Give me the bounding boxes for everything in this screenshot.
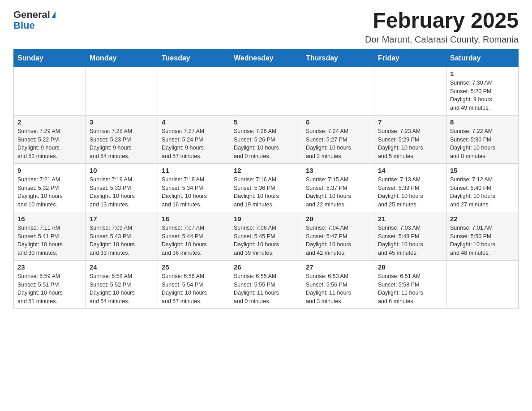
week-row-2: 2Sunrise: 7:29 AM Sunset: 5:22 PM Daylig…	[14, 115, 519, 163]
day-info: Sunrise: 7:06 AM Sunset: 5:45 PM Dayligh…	[234, 224, 298, 257]
week-row-1: 1Sunrise: 7:30 AM Sunset: 5:20 PM Daylig…	[14, 67, 519, 115]
title-section: February 2025 Dor Marunt, Calarasi Count…	[365, 9, 519, 45]
weekday-header-row: SundayMondayTuesdayWednesdayThursdayFrid…	[14, 49, 519, 67]
day-info: Sunrise: 6:58 AM Sunset: 5:52 PM Dayligh…	[90, 272, 154, 306]
day-info: Sunrise: 7:21 AM Sunset: 5:32 PM Dayligh…	[17, 176, 82, 209]
day-info: Sunrise: 7:03 AM Sunset: 5:48 PM Dayligh…	[378, 224, 442, 257]
day-info: Sunrise: 7:07 AM Sunset: 5:44 PM Dayligh…	[162, 224, 226, 257]
calendar-cell	[446, 260, 519, 308]
weekday-header-thursday: Thursday	[302, 49, 374, 67]
calendar-cell: 19Sunrise: 7:06 AM Sunset: 5:45 PM Dayli…	[230, 212, 302, 260]
day-info: Sunrise: 6:51 AM Sunset: 5:58 PM Dayligh…	[378, 272, 442, 306]
week-row-4: 16Sunrise: 7:11 AM Sunset: 5:41 PM Dayli…	[14, 212, 519, 260]
week-row-5: 23Sunrise: 6:59 AM Sunset: 5:51 PM Dayli…	[14, 260, 519, 308]
calendar-cell	[158, 67, 230, 115]
day-info: Sunrise: 7:27 AM Sunset: 5:24 PM Dayligh…	[162, 127, 226, 161]
month-title: February 2025	[365, 9, 519, 33]
calendar-cell	[230, 67, 302, 115]
calendar-cell: 15Sunrise: 7:12 AM Sunset: 5:40 PM Dayli…	[446, 163, 519, 212]
day-info: Sunrise: 7:18 AM Sunset: 5:34 PM Dayligh…	[162, 176, 226, 209]
calendar-cell: 2Sunrise: 7:29 AM Sunset: 5:22 PM Daylig…	[14, 115, 86, 163]
calendar-cell: 3Sunrise: 7:28 AM Sunset: 5:23 PM Daylig…	[86, 115, 158, 163]
day-number: 27	[306, 263, 370, 271]
day-info: Sunrise: 7:11 AM Sunset: 5:41 PM Dayligh…	[17, 224, 82, 257]
day-info: Sunrise: 7:09 AM Sunset: 5:43 PM Dayligh…	[90, 224, 154, 257]
day-number: 28	[378, 263, 442, 271]
day-number: 17	[90, 215, 154, 223]
day-number: 26	[234, 263, 298, 271]
day-number: 16	[17, 215, 82, 223]
day-number: 15	[450, 167, 515, 174]
day-info: Sunrise: 7:19 AM Sunset: 5:33 PM Dayligh…	[90, 176, 154, 209]
day-info: Sunrise: 7:24 AM Sunset: 5:27 PM Dayligh…	[306, 127, 370, 161]
day-info: Sunrise: 6:59 AM Sunset: 5:51 PM Dayligh…	[17, 272, 82, 306]
day-info: Sunrise: 7:04 AM Sunset: 5:47 PM Dayligh…	[306, 224, 370, 257]
calendar-cell: 27Sunrise: 6:53 AM Sunset: 5:56 PM Dayli…	[302, 260, 374, 308]
day-number: 2	[17, 118, 82, 126]
calendar-cell: 20Sunrise: 7:04 AM Sunset: 5:47 PM Dayli…	[302, 212, 374, 260]
logo-general-text: General	[13, 9, 50, 21]
logo-triangle-icon	[51, 11, 56, 18]
calendar-cell: 5Sunrise: 7:26 AM Sunset: 5:26 PM Daylig…	[230, 115, 302, 163]
calendar-cell: 26Sunrise: 6:55 AM Sunset: 5:55 PM Dayli…	[230, 260, 302, 308]
day-info: Sunrise: 7:28 AM Sunset: 5:23 PM Dayligh…	[90, 127, 154, 161]
day-number: 18	[162, 215, 226, 223]
day-number: 14	[378, 167, 442, 174]
calendar-cell	[86, 67, 158, 115]
day-info: Sunrise: 7:26 AM Sunset: 5:26 PM Dayligh…	[234, 127, 298, 161]
calendar-cell: 18Sunrise: 7:07 AM Sunset: 5:44 PM Dayli…	[158, 212, 230, 260]
calendar-cell: 6Sunrise: 7:24 AM Sunset: 5:27 PM Daylig…	[302, 115, 374, 163]
day-info: Sunrise: 7:29 AM Sunset: 5:22 PM Dayligh…	[17, 127, 82, 161]
location-title: Dor Marunt, Calarasi County, Romania	[365, 34, 519, 45]
calendar-cell: 13Sunrise: 7:15 AM Sunset: 5:37 PM Dayli…	[302, 163, 374, 212]
calendar-cell: 4Sunrise: 7:27 AM Sunset: 5:24 PM Daylig…	[158, 115, 230, 163]
day-info: Sunrise: 6:55 AM Sunset: 5:55 PM Dayligh…	[234, 272, 298, 306]
week-row-3: 9Sunrise: 7:21 AM Sunset: 5:32 PM Daylig…	[14, 163, 519, 212]
calendar-cell: 25Sunrise: 6:56 AM Sunset: 5:54 PM Dayli…	[158, 260, 230, 308]
calendar-cell: 28Sunrise: 6:51 AM Sunset: 5:58 PM Dayli…	[374, 260, 446, 308]
day-number: 25	[162, 263, 226, 271]
day-info: Sunrise: 7:13 AM Sunset: 5:39 PM Dayligh…	[378, 176, 442, 209]
day-number: 24	[90, 263, 154, 271]
day-number: 7	[378, 118, 442, 126]
logo-blue-text: Blue	[13, 20, 35, 31]
calendar-cell: 9Sunrise: 7:21 AM Sunset: 5:32 PM Daylig…	[14, 163, 86, 212]
day-info: Sunrise: 7:12 AM Sunset: 5:40 PM Dayligh…	[450, 176, 515, 209]
weekday-header-wednesday: Wednesday	[230, 49, 302, 67]
calendar-cell	[302, 67, 374, 115]
weekday-header-friday: Friday	[374, 49, 446, 67]
calendar-cell: 1Sunrise: 7:30 AM Sunset: 5:20 PM Daylig…	[446, 67, 519, 115]
day-number: 21	[378, 215, 442, 223]
weekday-header-saturday: Saturday	[446, 49, 519, 67]
day-number: 23	[17, 263, 82, 271]
calendar-cell: 24Sunrise: 6:58 AM Sunset: 5:52 PM Dayli…	[86, 260, 158, 308]
day-info: Sunrise: 7:16 AM Sunset: 5:36 PM Dayligh…	[234, 176, 298, 209]
day-number: 22	[450, 215, 515, 223]
logo: General Blue	[13, 9, 56, 31]
day-number: 12	[234, 167, 298, 174]
calendar-cell: 22Sunrise: 7:01 AM Sunset: 5:50 PM Dayli…	[446, 212, 519, 260]
day-number: 11	[162, 167, 226, 174]
calendar-cell: 11Sunrise: 7:18 AM Sunset: 5:34 PM Dayli…	[158, 163, 230, 212]
day-number: 10	[90, 167, 154, 174]
weekday-header-tuesday: Tuesday	[158, 49, 230, 67]
calendar-cell: 17Sunrise: 7:09 AM Sunset: 5:43 PM Dayli…	[86, 212, 158, 260]
day-number: 1	[450, 70, 515, 77]
day-number: 3	[90, 118, 154, 126]
day-number: 9	[17, 167, 82, 174]
day-info: Sunrise: 6:56 AM Sunset: 5:54 PM Dayligh…	[162, 272, 226, 306]
calendar-cell: 23Sunrise: 6:59 AM Sunset: 5:51 PM Dayli…	[14, 260, 86, 308]
calendar-cell: 7Sunrise: 7:23 AM Sunset: 5:29 PM Daylig…	[374, 115, 446, 163]
day-number: 4	[162, 118, 226, 126]
calendar-table: SundayMondayTuesdayWednesdayThursdayFrid…	[13, 49, 519, 309]
calendar-cell: 14Sunrise: 7:13 AM Sunset: 5:39 PM Dayli…	[374, 163, 446, 212]
day-number: 5	[234, 118, 298, 126]
day-info: Sunrise: 7:30 AM Sunset: 5:20 PM Dayligh…	[450, 79, 515, 112]
calendar-cell: 10Sunrise: 7:19 AM Sunset: 5:33 PM Dayli…	[86, 163, 158, 212]
page-header: General Blue February 2025 Dor Marunt, C…	[13, 9, 519, 45]
day-number: 6	[306, 118, 370, 126]
day-info: Sunrise: 7:22 AM Sunset: 5:30 PM Dayligh…	[450, 127, 515, 161]
calendar-cell: 12Sunrise: 7:16 AM Sunset: 5:36 PM Dayli…	[230, 163, 302, 212]
weekday-header-sunday: Sunday	[14, 49, 86, 67]
calendar-cell: 8Sunrise: 7:22 AM Sunset: 5:30 PM Daylig…	[446, 115, 519, 163]
